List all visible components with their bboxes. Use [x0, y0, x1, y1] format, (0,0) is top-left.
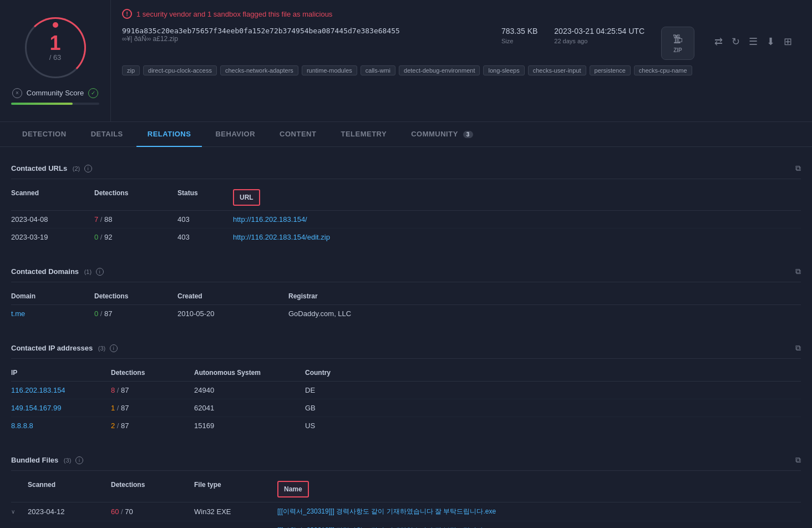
tag-item[interactable]: persistence: [590, 65, 631, 75]
zip-badge-text: ZIP: [673, 47, 682, 53]
contacted-ips-header: Contacted IP addresses (3) i ⧉: [11, 338, 801, 359]
tag-item[interactable]: checks-network-adapters: [220, 65, 298, 75]
community-bar-fill: [11, 103, 73, 105]
tag-item[interactable]: detect-debug-environment: [399, 65, 480, 75]
table-row: ∨ 2023-04-12 60 / 70 Win32 EXE [[[이력서_23…: [11, 502, 801, 521]
tag-item[interactable]: checks-cpu-name: [634, 65, 692, 75]
contacted-domains-header: Contacted Domains (1) i ⧉: [11, 261, 801, 282]
tag-item[interactable]: long-sleeps: [483, 65, 524, 75]
expand-1[interactable]: ∨: [11, 509, 28, 515]
tags-row: zipdirect-cpu-clock-accesschecks-network…: [122, 65, 801, 75]
cell-country-2: GB: [305, 404, 361, 412]
cell-ip-3[interactable]: 8.8.8.8: [11, 422, 111, 430]
cell-created-1: 2010-05-20: [177, 309, 288, 318]
file-date-item: 2023-03-21 04:25:54 UTC 22 days ago: [554, 27, 644, 44]
col-created: Created: [177, 292, 288, 300]
download-icon[interactable]: ⬇: [767, 35, 775, 48]
score-labels: × Community Score ✓: [12, 88, 98, 98]
cell-as-2: 62041: [194, 404, 305, 412]
file-hash: 9916a835c20ea3eb75657f34eeb0fa152e72b374…: [122, 27, 479, 35]
check-icon: ✓: [88, 88, 98, 98]
main-content: Contacted URLs (2) i ⧉ Scanned Detection…: [0, 147, 812, 528]
grid-icon[interactable]: ⊞: [784, 35, 792, 48]
tag-item[interactable]: checks-user-input: [528, 65, 586, 75]
score-circle: 1 / 63: [25, 17, 86, 78]
community-badge: 3: [463, 131, 473, 138]
cell-name-b1[interactable]: [[[이력서_230319]]] 경력사항도 같이 기재하였습니다 잘 부탁드립…: [277, 507, 801, 516]
file-type-badge: 🗜 ZIP: [661, 27, 694, 60]
top-action-icons: ⇄ ↻ ☰ ⬇ ⊞: [706, 27, 801, 57]
table-row: 116.202.183.154 8 / 87 24940 DE: [11, 382, 801, 399]
section-title-domains: Contacted Domains (1) i: [11, 267, 104, 276]
domains-table-header: Domain Detections Created Registrar: [11, 288, 801, 305]
tab-community[interactable]: COMMUNITY 3: [400, 122, 484, 147]
tag-item[interactable]: calls-wmi: [361, 65, 395, 75]
info-icon-domains: i: [96, 268, 104, 276]
contacted-domains-section: Contacted Domains (1) i ⧉ Domain Detecti…: [11, 261, 801, 322]
cell-name-b2[interactable]: [[[지원서_230319]]] 경력사항도 같이 기재하였습니다 잘 부탁드립…: [277, 526, 801, 528]
bundled-table-header: Scanned Detections File type Name: [11, 476, 801, 502]
tag-item[interactable]: direct-cpu-clock-access: [143, 65, 217, 75]
tab-detection[interactable]: DETECTION: [11, 122, 78, 147]
bundled-files-section: Bundled Files (3) i ⧉ Scanned Detections…: [11, 450, 801, 528]
contacted-urls-section: Contacted URLs (2) i ⧉ Scanned Detection…: [11, 158, 801, 246]
top-section: 1 / 63 × Community Score ✓ ! 1 security …: [0, 0, 812, 122]
tab-behavior[interactable]: BEHAVIOR: [204, 122, 266, 147]
cell-status-2: 403: [177, 233, 233, 241]
col-detections-domains: Detections: [94, 292, 177, 300]
tab-telemetry[interactable]: TELEMETRY: [329, 122, 398, 147]
section-title-ips: Contacted IP addresses (3) i: [11, 344, 118, 353]
cell-domain-1[interactable]: t.me: [11, 309, 94, 318]
urls-table-header: Scanned Detections Status URL: [11, 185, 801, 211]
cell-det-2: 0 / 92: [94, 233, 177, 241]
file-name: ∞¥| ðáÑ∞ a£12.zip: [122, 35, 479, 43]
file-size-value: 783.35 KB: [501, 27, 537, 35]
tab-relations[interactable]: RELATIONS: [136, 122, 202, 147]
urls-table: Scanned Detections Status URL 2023-04-08…: [11, 185, 801, 246]
tab-content[interactable]: CONTENT: [268, 122, 327, 147]
cell-det-1: 7 / 88: [94, 215, 177, 224]
copy-icon-ips[interactable]: ⧉: [795, 343, 801, 353]
share-icon[interactable]: ⇄: [714, 35, 723, 48]
cell-det-ip-2: 1 / 87: [111, 404, 194, 412]
col-as: Autonomous System: [194, 369, 305, 377]
tag-item[interactable]: runtime-modules: [302, 65, 357, 75]
bundled-files-header: Bundled Files (3) i ⧉: [11, 450, 801, 471]
col-expand: [11, 481, 28, 497]
table-row: 149.154.167.99 1 / 87 62041 GB: [11, 399, 801, 417]
cell-ip-1[interactable]: 116.202.183.154: [11, 386, 111, 394]
cell-det-b1: 60 / 70: [111, 507, 194, 516]
table-row: 2023-04-08 7 / 88 403 http://116.202.183…: [11, 211, 801, 229]
table-row: 2023-03-19 0 / 92 403 http://116.202.183…: [11, 229, 801, 246]
file-size-item: 783.35 KB Size: [501, 27, 537, 44]
cell-det-ip-1: 8 / 87: [111, 386, 194, 394]
ips-table: IP Detections Autonomous System Country …: [11, 364, 801, 434]
copy-icon-domains[interactable]: ⧉: [795, 267, 801, 276]
copy-icon-urls[interactable]: ⧉: [795, 164, 801, 173]
contacted-ips-section: Contacted IP addresses (3) i ⧉ IP Detect…: [11, 338, 801, 434]
cell-country-3: US: [305, 422, 361, 430]
alert-text: 1 security vendor and 1 sandbox flagged …: [136, 10, 332, 18]
cell-ip-2[interactable]: 149.154.167.99: [11, 404, 111, 412]
alert-bar: ! 1 security vendor and 1 sandbox flagge…: [122, 9, 801, 19]
filter-icon[interactable]: ☰: [749, 35, 758, 48]
zip-icon: 🗜: [673, 34, 683, 45]
cell-url-1[interactable]: http://116.202.183.154/: [233, 215, 801, 224]
ips-table-header: IP Detections Autonomous System Country: [11, 364, 801, 382]
copy-icon-bundled[interactable]: ⧉: [795, 455, 801, 465]
bundled-table: Scanned Detections File type Name ∨ 2023…: [11, 476, 801, 528]
cell-registrar-1: GoDaddy.com, LLC: [288, 309, 801, 318]
tab-details[interactable]: DETAILS: [80, 122, 134, 147]
cell-scanned-b1: 2023-04-12: [28, 507, 111, 516]
cell-country-1: DE: [305, 386, 361, 394]
cell-url-2[interactable]: http://116.202.183.154/edit.zip: [233, 233, 801, 241]
col-detections-ips: Detections: [111, 369, 194, 377]
col-scanned-urls: Scanned: [11, 189, 94, 206]
col-name: Name: [277, 481, 801, 497]
file-date-sublabel: 22 days ago: [554, 38, 644, 44]
file-date-value: 2023-03-21 04:25:54 UTC: [554, 27, 644, 35]
cell-as-3: 15169: [194, 422, 305, 430]
section-title-bundled: Bundled Files (3) i: [11, 456, 83, 465]
tag-item[interactable]: zip: [122, 65, 140, 75]
refresh-icon[interactable]: ↻: [732, 35, 740, 48]
